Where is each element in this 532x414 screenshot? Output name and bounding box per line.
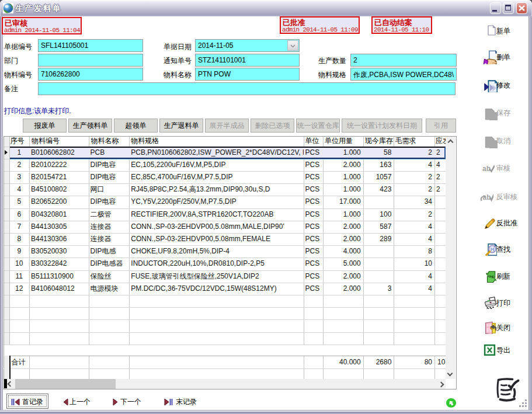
svg-text:H: H — [491, 246, 495, 252]
svg-text:ab: ab — [483, 193, 491, 201]
svg-text:ab: ab — [482, 165, 491, 173]
